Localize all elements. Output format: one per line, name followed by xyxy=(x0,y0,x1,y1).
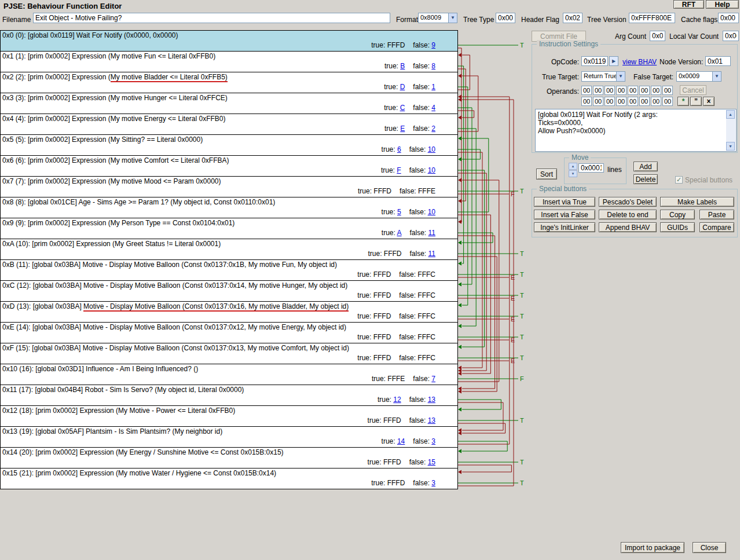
true-target-link[interactable]: 14 xyxy=(397,437,405,445)
false-target-combobox[interactable]: 0x0009 ▼ xyxy=(676,71,721,82)
row1-operand-5[interactable] xyxy=(639,86,650,95)
insert-via-false-button[interactable]: Insert via False xyxy=(534,210,595,219)
row1-operand-4[interactable] xyxy=(628,86,638,95)
import-to-package-button[interactable]: Import to package xyxy=(621,542,684,553)
true-target-link[interactable]: D xyxy=(400,83,405,91)
instruction-row-20[interactable]: 0x14 (20): [prim 0x0002] Expression (My … xyxy=(0,447,458,469)
rft-button[interactable]: RFT xyxy=(673,0,704,9)
operand-clear-icon[interactable]: × xyxy=(703,97,715,106)
scroll-down-icon[interactable]: ▼ xyxy=(726,142,735,151)
sort-button[interactable]: Sort xyxy=(536,169,557,180)
true-target-link[interactable]: 12 xyxy=(393,396,401,404)
instruction-row-4[interactable]: 0x4 (4): [prim 0x0002] Expression (My mo… xyxy=(0,114,458,135)
view-bhav-link[interactable]: view BHAV xyxy=(622,58,657,66)
move-down-icon[interactable]: ▼ xyxy=(569,170,577,177)
true-target-combobox[interactable]: Return True ▼ xyxy=(581,71,625,82)
tree-version-input[interactable] xyxy=(629,13,675,23)
false-target-link[interactable]: 4 xyxy=(431,104,435,112)
instruction-row-14[interactable]: 0xE (14): [global 0x03BA] Motive - Displ… xyxy=(0,322,458,343)
true-target-link[interactable]: 6 xyxy=(397,145,401,153)
row1-operand-6[interactable] xyxy=(651,86,661,95)
cancel-button[interactable]: Cancel xyxy=(680,85,706,95)
scroll-up-icon[interactable]: ▲ xyxy=(726,110,735,119)
instruction-row-12[interactable]: 0xC (12): [global 0x03BA] Motive - Displ… xyxy=(0,280,458,302)
instruction-row-17[interactable]: 0x11 (17): [global 0x04B4] Robot - Sim I… xyxy=(0,385,458,406)
move-lines-input[interactable] xyxy=(578,163,604,173)
row1-operand-3[interactable] xyxy=(616,86,627,95)
move-up-icon[interactable]: ▲ xyxy=(569,163,577,170)
instruction-row-10[interactable]: 0xA (10): [prim 0x0002] Expression (My G… xyxy=(0,239,458,260)
chevron-down-icon[interactable]: ▼ xyxy=(448,13,457,23)
instruction-row-2[interactable]: 0x2 (2): [prim 0x0002] Expression (My mo… xyxy=(0,72,458,93)
header-flag-input[interactable] xyxy=(563,13,583,23)
add-button[interactable]: Add xyxy=(633,162,658,171)
instruction-row-16[interactable]: 0x10 (16): [global 0x03D1] Influence - A… xyxy=(0,364,458,385)
node-version-input[interactable] xyxy=(705,56,731,66)
row2-operand-4[interactable] xyxy=(628,97,638,106)
close-button[interactable]: Close xyxy=(693,542,726,553)
pescados-delete-button[interactable]: Pescado's Delet xyxy=(599,197,657,207)
instruction-row-6[interactable]: 0x6 (6): [prim 0x0002] Expression (My mo… xyxy=(0,155,458,177)
instruction-row-1[interactable]: 0x1 (1): [prim 0x0002] Expression (My mo… xyxy=(0,51,458,72)
false-target-link[interactable]: 10 xyxy=(428,166,435,174)
instruction-row-15[interactable]: 0xF (15): [global 0x03BA] Motive - Displ… xyxy=(0,343,458,364)
row1-operand-2[interactable] xyxy=(605,86,615,95)
false-target-link[interactable]: 11 xyxy=(428,229,435,237)
false-target-link[interactable]: 10 xyxy=(428,145,435,153)
instruction-row-19[interactable]: 0x13 (19): [global 0x05AF] Plantsim - Is… xyxy=(0,426,458,448)
false-target-link[interactable]: 2 xyxy=(431,125,435,133)
false-target-link[interactable]: 8 xyxy=(431,62,435,70)
false-target-link[interactable]: 3 xyxy=(431,437,435,445)
true-target-link[interactable]: C xyxy=(400,104,405,112)
false-target-link[interactable]: 1 xyxy=(431,83,435,91)
false-target-link[interactable]: 7 xyxy=(431,375,435,383)
chevron-down-icon[interactable]: ▼ xyxy=(616,72,625,81)
operand-wizard-icon[interactable]: * xyxy=(677,97,689,106)
instruction-row-0[interactable]: 0x0 (0): [global 0x0119] Wait For Notify… xyxy=(0,30,458,52)
local-var-count-input[interactable] xyxy=(723,31,739,41)
operand-quote-icon[interactable]: ” xyxy=(690,97,702,106)
opcode-expand-icon[interactable]: ▶ xyxy=(609,56,618,66)
true-target-link[interactable]: B xyxy=(400,62,405,70)
arg-count-input[interactable] xyxy=(650,31,665,41)
instruction-row-5[interactable]: 0x5 (5): [prim 0x0002] Expression (My Si… xyxy=(0,134,458,156)
copy-button[interactable]: Copy xyxy=(660,210,695,219)
row2-operand-0[interactable] xyxy=(581,97,592,106)
false-target-link[interactable]: 13 xyxy=(428,396,435,404)
instruction-row-7[interactable]: 0x7 (7): [prim 0x0002] Expression (My mo… xyxy=(0,176,458,197)
false-target-link[interactable]: 11 xyxy=(428,250,435,258)
instruction-row-9[interactable]: 0x9 (9): [prim 0x0002] Expression (My Pe… xyxy=(0,218,458,239)
instruction-row-11[interactable]: 0xB (11): [global 0x03BA] Motive - Displ… xyxy=(0,259,458,281)
row2-operand-3[interactable] xyxy=(616,97,627,106)
row1-operand-7[interactable] xyxy=(662,86,673,95)
false-target-link[interactable]: 10 xyxy=(428,208,435,216)
row1-operand-1[interactable] xyxy=(593,86,603,95)
special-buttons-checkbox[interactable]: ✓ xyxy=(675,176,683,184)
row2-operand-7[interactable] xyxy=(662,97,673,106)
row2-operand-2[interactable] xyxy=(605,97,615,106)
true-target-link[interactable]: 5 xyxy=(397,208,401,216)
false-target-link[interactable]: 3 xyxy=(431,479,435,487)
row2-operand-6[interactable] xyxy=(651,97,661,106)
row1-operand-0[interactable] xyxy=(581,86,592,95)
tree-type-input[interactable] xyxy=(496,13,515,23)
false-target-link[interactable]: 9 xyxy=(431,41,435,49)
instruction-description-box[interactable]: [global 0x0119] Wait For Notify (2 args:… xyxy=(535,109,737,152)
cache-flags-input[interactable] xyxy=(718,13,739,23)
compare-button[interactable]: Compare xyxy=(699,222,734,232)
filename-input[interactable] xyxy=(33,13,390,23)
true-target-link[interactable]: F xyxy=(397,166,401,174)
instruction-row-18[interactable]: 0x12 (18): [prim 0x0002] Expression (My … xyxy=(0,405,458,427)
append-bhav-button[interactable]: Append BHAV xyxy=(599,222,657,232)
delete-button[interactable]: Delete xyxy=(633,174,658,184)
delete-to-end-button[interactable]: Delete to end xyxy=(599,210,657,219)
instruction-row-8[interactable]: 0x8 (8): [global 0x01CE] Age - Sims Age … xyxy=(0,197,458,218)
false-target-link[interactable]: 13 xyxy=(428,416,435,424)
instruction-row-3[interactable]: 0x3 (3): [prim 0x0002] Expression (My mo… xyxy=(0,93,458,114)
chevron-down-icon[interactable]: ▼ xyxy=(712,72,721,81)
row2-operand-1[interactable] xyxy=(593,97,603,106)
insert-via-true-button[interactable]: Insert via True xyxy=(534,197,595,207)
help-button[interactable]: Help xyxy=(706,0,739,9)
guids-button[interactable]: GUIDs xyxy=(660,222,695,232)
make-labels-button[interactable]: Make Labels xyxy=(660,197,734,207)
